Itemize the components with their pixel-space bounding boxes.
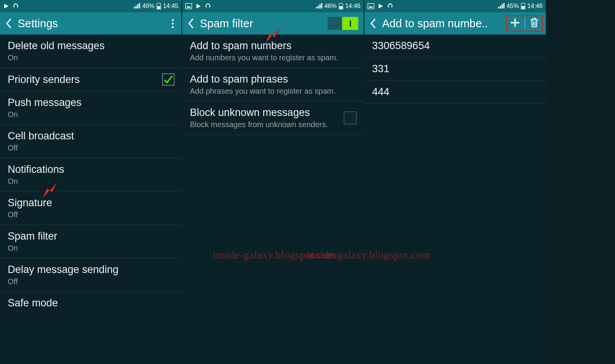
spam-number: 331 [372,63,539,75]
spam-number-row[interactable]: 3306589654 [364,35,546,58]
row-sub: Block messages from unknown senders. [190,120,344,129]
row-add-spam-phrases[interactable]: Add to spam phrases Add phrases you want… [182,68,364,101]
row-title: Block unknown messages [190,107,344,119]
spam-filter-toggle[interactable] [327,17,358,30]
row-push-messages[interactable]: Push messages On [0,91,181,125]
spam-number: 444 [372,86,539,98]
row-title: Signature [8,197,175,209]
battery-icon [521,3,525,10]
app-bar: Spam filter [182,12,364,35]
clock: 14:45 [163,3,178,10]
row-spam-filter[interactable]: Spam filter On [0,225,181,258]
image-icon [367,3,374,9]
row-block-unknown[interactable]: Block unknown messages Block messages fr… [182,101,364,135]
row-sub: Add phrases you want to register as spam… [190,87,357,96]
row-title: Delete old messages [8,40,175,52]
signal-icon [133,3,140,9]
headphones-icon [387,3,394,10]
battery-icon [339,3,343,10]
play-icon [195,3,201,9]
spam-number-row[interactable]: 331 [364,58,546,81]
page-title: Settings [18,17,58,30]
back-icon[interactable] [5,18,12,29]
row-title: Priority senders [8,74,162,86]
app-bar: Settings [0,12,181,35]
row-notifications[interactable]: Notifications On [0,158,181,192]
headphones-icon [12,3,19,10]
row-priority-senders[interactable]: Priority senders [0,68,181,91]
screen-spam-filter: 46% 14:46 Spam filter Add to spam number… [182,0,364,364]
spam-number-row[interactable]: 444 [364,81,546,104]
row-delay-message-sending[interactable]: Delay message sending Off [0,258,181,292]
checkbox-unchecked[interactable] [344,111,357,124]
back-icon[interactable] [370,18,377,29]
page-title: Add to spam numbe.. [382,17,488,30]
row-title: Push messages [8,97,175,109]
battery-pct: 46% [324,3,337,10]
row-title: Add to spam phrases [190,73,357,85]
svg-rect-0 [157,6,160,9]
row-title: Delay message sending [8,264,175,276]
row-sub: Off [8,210,175,219]
page-title: Spam filter [200,17,253,30]
row-sub: On [8,177,175,186]
signal-icon [316,3,322,9]
clock: 14:46 [527,3,543,10]
clock: 14:46 [345,3,361,10]
battery-pct: 45% [507,3,519,10]
app-bar: Add to spam numbe.. [364,12,546,35]
status-bar: 46% 14:45 [0,0,181,12]
row-safe-mode[interactable]: Safe mode [0,292,181,314]
svg-rect-1 [186,3,192,9]
battery-icon [156,3,161,10]
row-title: Add to spam numbers [190,40,357,52]
back-icon[interactable] [188,18,194,29]
image-icon [185,3,192,9]
svg-rect-4 [522,6,525,9]
separator [525,18,525,29]
checkbox-checked[interactable] [162,73,175,86]
battery-pct: 46% [142,3,155,10]
row-cell-broadcast[interactable]: Cell broadcast Off [0,125,181,158]
add-icon[interactable] [509,17,521,30]
row-signature[interactable]: Signature Off [0,192,181,225]
row-title: Safe mode [8,297,175,309]
row-sub: Off [8,277,175,286]
row-sub: Add numbers you want to register as spam… [190,53,357,62]
row-sub: On [8,244,175,253]
play-icon [377,3,384,9]
watermark: inside-galaxy.blogspot.com [213,249,336,261]
row-sub: Off [8,144,175,152]
signal-icon [498,3,505,9]
row-add-spam-numbers[interactable]: Add to spam numbers Add numbers you want… [182,35,364,68]
svg-rect-2 [339,6,342,9]
row-sub: On [8,53,175,62]
svg-rect-3 [368,3,374,9]
screen-settings: 46% 14:45 Settings Delete old messages O… [0,0,182,364]
row-title: Notifications [8,164,175,175]
headphones-icon [204,3,211,10]
status-bar: 46% 14:46 [182,0,364,12]
row-delete-old-messages[interactable]: Delete old messages On [0,35,181,68]
play-icon [3,3,9,9]
screen-add-spam-numbers: 45% 14:46 Add to spam numbe.. 3306589654… [364,0,547,364]
trash-icon[interactable] [529,17,540,30]
row-sub: On [8,110,175,119]
overflow-menu-icon[interactable] [170,17,176,30]
spam-number: 3306589654 [372,40,539,52]
action-buttons-highlight [506,15,543,31]
status-bar: 45% 14:46 [364,0,546,12]
row-title: Spam filter [8,230,175,242]
row-title: Cell broadcast [8,130,175,142]
